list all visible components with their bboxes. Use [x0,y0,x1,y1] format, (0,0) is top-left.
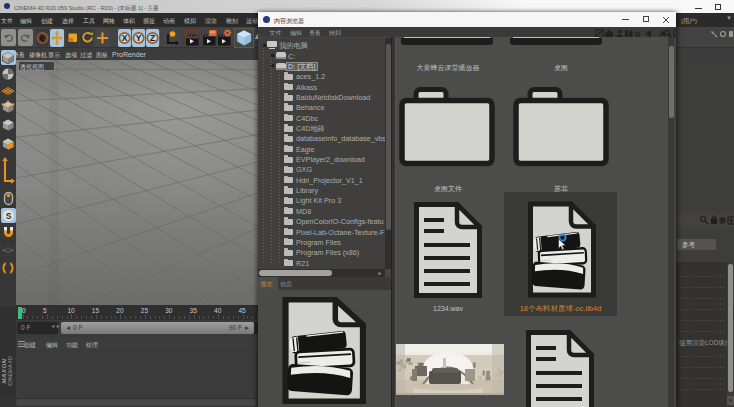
svg-text:Z: Z [150,33,155,43]
svg-text:Y: Y [136,33,142,43]
svg-text:S: S [5,211,11,221]
svg-text:X: X [122,33,128,43]
